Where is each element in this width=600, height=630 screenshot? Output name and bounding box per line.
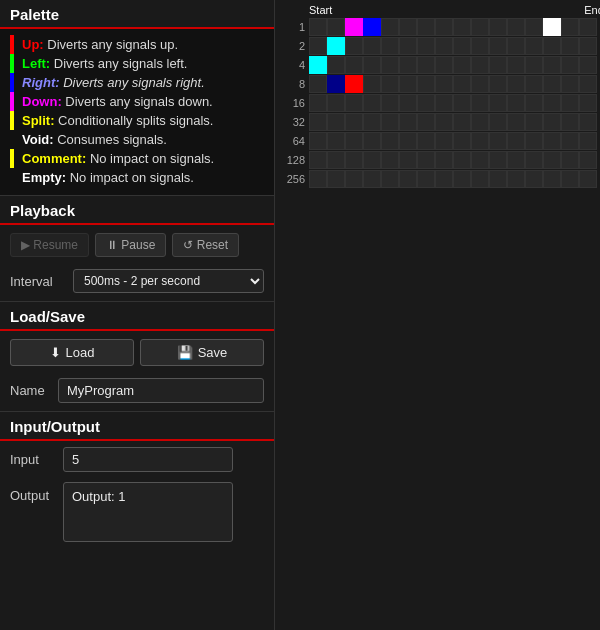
grid-cell[interactable]: [363, 94, 381, 112]
grid-cell[interactable]: [543, 94, 561, 112]
grid-cell[interactable]: [363, 18, 381, 36]
grid-cell[interactable]: [489, 75, 507, 93]
grid-cell[interactable]: [327, 132, 345, 150]
grid-cell[interactable]: [309, 113, 327, 131]
grid-cell[interactable]: [579, 94, 597, 112]
grid-cell[interactable]: [327, 18, 345, 36]
grid-cell[interactable]: [453, 56, 471, 74]
grid-cell[interactable]: [525, 94, 543, 112]
grid-cell[interactable]: [579, 18, 597, 36]
grid-cell[interactable]: [327, 113, 345, 131]
grid-cell[interactable]: [471, 132, 489, 150]
grid-cell[interactable]: [363, 37, 381, 55]
grid-cell[interactable]: [507, 56, 525, 74]
grid-cell[interactable]: [453, 151, 471, 169]
grid-cell[interactable]: [471, 37, 489, 55]
grid-cell[interactable]: [471, 56, 489, 74]
grid-cell[interactable]: [345, 113, 363, 131]
grid-cell[interactable]: [363, 56, 381, 74]
grid-cell[interactable]: [399, 75, 417, 93]
grid-cell[interactable]: [579, 113, 597, 131]
grid-cell[interactable]: [561, 75, 579, 93]
grid-cell[interactable]: [525, 113, 543, 131]
grid-cell[interactable]: [363, 151, 381, 169]
grid-cell[interactable]: [381, 113, 399, 131]
grid-cell[interactable]: [309, 56, 327, 74]
grid-cell[interactable]: [453, 37, 471, 55]
grid-cell[interactable]: [345, 75, 363, 93]
grid-cell[interactable]: [507, 151, 525, 169]
grid-cell[interactable]: [579, 75, 597, 93]
grid-cell[interactable]: [381, 37, 399, 55]
grid-cell[interactable]: [417, 75, 435, 93]
grid-cell[interactable]: [507, 94, 525, 112]
grid-cell[interactable]: [579, 37, 597, 55]
grid-cell[interactable]: [543, 113, 561, 131]
grid-cell[interactable]: [363, 75, 381, 93]
grid-cell[interactable]: [471, 75, 489, 93]
grid-cell[interactable]: [489, 151, 507, 169]
grid-cell[interactable]: [561, 151, 579, 169]
grid-cell[interactable]: [345, 37, 363, 55]
grid-cell[interactable]: [435, 37, 453, 55]
grid-cell[interactable]: [381, 151, 399, 169]
grid-cell[interactable]: [381, 94, 399, 112]
grid-cell[interactable]: [399, 37, 417, 55]
grid-cell[interactable]: [543, 37, 561, 55]
grid-cell[interactable]: [489, 94, 507, 112]
grid-cell[interactable]: [507, 113, 525, 131]
grid-cell[interactable]: [399, 94, 417, 112]
grid-cell[interactable]: [435, 151, 453, 169]
grid-cell[interactable]: [453, 75, 471, 93]
grid-cell[interactable]: [471, 94, 489, 112]
grid-cell[interactable]: [525, 132, 543, 150]
grid-cell[interactable]: [345, 94, 363, 112]
grid-cell[interactable]: [507, 75, 525, 93]
grid-cell[interactable]: [309, 75, 327, 93]
pause-button[interactable]: ⏸ Pause: [95, 233, 166, 257]
grid-cell[interactable]: [453, 18, 471, 36]
grid-cell[interactable]: [489, 18, 507, 36]
grid-cell[interactable]: [381, 170, 399, 188]
grid-cell[interactable]: [471, 151, 489, 169]
grid-cell[interactable]: [489, 170, 507, 188]
grid-cell[interactable]: [327, 151, 345, 169]
grid-cell[interactable]: [561, 113, 579, 131]
grid-cell[interactable]: [435, 94, 453, 112]
grid-cell[interactable]: [471, 18, 489, 36]
grid-cell[interactable]: [399, 151, 417, 169]
grid-cell[interactable]: [417, 113, 435, 131]
grid-cell[interactable]: [525, 151, 543, 169]
grid-cell[interactable]: [489, 113, 507, 131]
grid-cell[interactable]: [561, 18, 579, 36]
reset-button[interactable]: ↺ Reset: [172, 233, 239, 257]
grid-cell[interactable]: [327, 75, 345, 93]
grid-cell[interactable]: [543, 75, 561, 93]
grid-cell[interactable]: [417, 151, 435, 169]
grid-cell[interactable]: [471, 113, 489, 131]
grid-cell[interactable]: [345, 18, 363, 36]
grid-cell[interactable]: [561, 170, 579, 188]
grid-cell[interactable]: [489, 37, 507, 55]
grid-cell[interactable]: [435, 113, 453, 131]
grid-cell[interactable]: [453, 94, 471, 112]
grid-cell[interactable]: [309, 170, 327, 188]
grid-cell[interactable]: [543, 18, 561, 36]
grid-cell[interactable]: [579, 132, 597, 150]
grid-cell[interactable]: [543, 170, 561, 188]
grid-cell[interactable]: [417, 132, 435, 150]
grid-cell[interactable]: [381, 56, 399, 74]
grid-cell[interactable]: [363, 113, 381, 131]
grid-cell[interactable]: [435, 56, 453, 74]
grid-cell[interactable]: [399, 56, 417, 74]
grid-cell[interactable]: [561, 56, 579, 74]
resume-button[interactable]: ▶ Resume: [10, 233, 89, 257]
grid-cell[interactable]: [561, 37, 579, 55]
grid-cell[interactable]: [489, 56, 507, 74]
grid-cell[interactable]: [345, 56, 363, 74]
grid-cell[interactable]: [417, 37, 435, 55]
grid-cell[interactable]: [327, 37, 345, 55]
grid-cell[interactable]: [435, 170, 453, 188]
grid-cell[interactable]: [399, 113, 417, 131]
grid-cell[interactable]: [543, 56, 561, 74]
